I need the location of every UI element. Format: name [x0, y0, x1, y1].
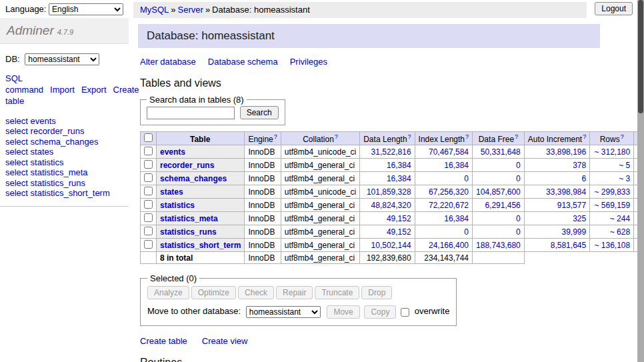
- db-select[interactable]: homeassistant: [25, 53, 99, 65]
- sidebar-select-table-link[interactable]: select statistics_runs: [5, 179, 123, 187]
- data-length-link[interactable]: 16,384: [387, 161, 411, 170]
- auto-increment-link[interactable]: 33,898,196: [546, 147, 586, 157]
- data-free-link[interactable]: 188,743,680: [476, 241, 521, 250]
- sidebar-select-table-link[interactable]: select recorder_runs: [5, 127, 123, 135]
- column-help-link[interactable]: ?: [274, 133, 277, 140]
- data-free-link[interactable]: 104,857,600: [476, 187, 521, 197]
- data-length-link[interactable]: 49,152: [387, 227, 411, 237]
- language-select[interactable]: English: [49, 3, 123, 15]
- auto-increment-link[interactable]: 325: [573, 214, 586, 223]
- row-checkbox[interactable]: [144, 187, 153, 195]
- index-length-link[interactable]: 67,256,320: [429, 187, 469, 197]
- overwrite-label[interactable]: overwrite: [415, 306, 450, 316]
- index-length-link[interactable]: 0: [464, 174, 469, 183]
- index-length-link[interactable]: 70,467,584: [429, 147, 469, 157]
- table-name-link[interactable]: statistics_meta: [160, 214, 218, 223]
- sidebar-link[interactable]: Export: [81, 85, 107, 95]
- page-scrollbar[interactable]: [637, 0, 644, 362]
- row-checkbox[interactable]: [144, 200, 153, 209]
- data-length-link[interactable]: 49,152: [387, 214, 411, 223]
- adminer-link[interactable]: Adminer: [7, 23, 54, 37]
- breadcrumb-mysql-link[interactable]: MySQL: [140, 5, 169, 15]
- create-link[interactable]: Create table: [140, 336, 187, 346]
- scrollbar-thumb[interactable]: [638, 0, 643, 113]
- overwrite-checkbox[interactable]: [401, 308, 409, 317]
- row-checkbox[interactable]: [144, 213, 153, 222]
- rows-count-link[interactable]: ~ 569,159: [594, 201, 630, 210]
- index-length-link[interactable]: 72,220,672: [429, 201, 469, 210]
- rows-count-link[interactable]: ~ 628: [610, 227, 630, 237]
- auto-increment-link[interactable]: 39,999: [561, 227, 586, 237]
- rows-count-link[interactable]: ~ 136,108: [594, 241, 630, 250]
- table-name-link[interactable]: statistics: [160, 201, 195, 210]
- index-length-link[interactable]: 24,166,400: [429, 241, 469, 250]
- database-action-link[interactable]: Alter database: [140, 57, 196, 67]
- column-help-link[interactable]: ?: [621, 133, 624, 140]
- column-help-link[interactable]: ?: [408, 133, 411, 140]
- selected-action-button[interactable]: Optimize: [191, 286, 236, 299]
- table-name-link[interactable]: schema_changes: [160, 174, 227, 183]
- select-all-checkbox[interactable]: [144, 133, 153, 142]
- index-length-link[interactable]: 16,384: [444, 161, 469, 170]
- data-free-link[interactable]: 0: [516, 227, 521, 237]
- data-free-link[interactable]: 50,331,648: [481, 147, 521, 157]
- row-checkbox[interactable]: [144, 147, 153, 155]
- table-name-link[interactable]: statistics_short_term: [160, 241, 241, 250]
- database-action-link[interactable]: Database schema: [208, 57, 278, 67]
- sidebar-select-table-link[interactable]: select statistics_meta: [5, 168, 123, 177]
- rows-count-link[interactable]: ~ 5: [619, 161, 630, 170]
- rows-count-link[interactable]: ~ 312,180: [594, 147, 630, 157]
- data-free-link[interactable]: 0: [516, 214, 521, 223]
- auto-increment-link[interactable]: 33,398,984: [546, 187, 586, 197]
- column-help-link[interactable]: ?: [515, 133, 518, 140]
- row-checkbox[interactable]: [144, 240, 153, 249]
- rows-count-link[interactable]: ~ 299,833: [594, 187, 630, 197]
- row-checkbox[interactable]: [144, 173, 153, 182]
- sidebar-select-table-link[interactable]: select events: [5, 117, 123, 125]
- data-length-link[interactable]: 101,859,328: [367, 187, 411, 197]
- create-link[interactable]: Create view: [202, 336, 248, 346]
- column-help-link[interactable]: ?: [335, 133, 338, 140]
- table-name-link[interactable]: states: [160, 187, 183, 197]
- column-help-link[interactable]: ?: [583, 133, 586, 140]
- move-button[interactable]: Move: [327, 305, 359, 319]
- data-free-link[interactable]: 0: [516, 174, 521, 183]
- selected-action-button[interactable]: Repair: [276, 286, 313, 299]
- data-length-link[interactable]: 16,384: [387, 174, 411, 183]
- logout-button[interactable]: Logout: [595, 2, 633, 15]
- index-length-link[interactable]: 0: [464, 227, 469, 237]
- selected-action-button[interactable]: Drop: [361, 286, 392, 299]
- selected-action-button[interactable]: Analyze: [147, 286, 189, 299]
- column-help-link[interactable]: ?: [465, 133, 469, 140]
- breadcrumb-server-link[interactable]: Server: [178, 5, 203, 15]
- search-input[interactable]: [147, 107, 235, 119]
- sidebar-select-table-link[interactable]: select states: [5, 147, 123, 156]
- data-length-link[interactable]: 10,502,144: [371, 241, 411, 250]
- data-free-link[interactable]: 0: [516, 161, 521, 170]
- rows-count-link[interactable]: ~ 3: [619, 174, 630, 183]
- search-button[interactable]: Search: [240, 106, 279, 119]
- copy-button[interactable]: Copy: [364, 305, 396, 319]
- table-name-link[interactable]: recorder_runs: [160, 161, 214, 170]
- table-name-link[interactable]: statistics_runs: [160, 227, 217, 237]
- data-free-link[interactable]: 6,291,456: [485, 201, 520, 210]
- auto-increment-link[interactable]: 378: [573, 161, 586, 170]
- selected-action-button[interactable]: Truncate: [315, 286, 359, 299]
- table-name-link[interactable]: events: [160, 147, 185, 157]
- row-checkbox[interactable]: [144, 227, 153, 235]
- sidebar-select-table-link[interactable]: select schema_changes: [5, 137, 123, 146]
- database-action-link[interactable]: Privileges: [290, 57, 327, 67]
- auto-increment-link[interactable]: 6: [581, 174, 586, 183]
- data-length-link[interactable]: 48,824,320: [371, 201, 411, 210]
- sidebar-link[interactable]: Import: [50, 85, 75, 95]
- sidebar-link[interactable]: SQL command: [5, 73, 43, 95]
- row-checkbox[interactable]: [144, 160, 153, 169]
- move-db-select[interactable]: homeassistant: [246, 306, 321, 318]
- selected-action-button[interactable]: Check: [238, 286, 274, 299]
- data-length-link[interactable]: 31,522,816: [371, 147, 411, 157]
- sidebar-select-table-link[interactable]: select statistics: [5, 158, 123, 167]
- index-length-link[interactable]: 16,384: [444, 214, 469, 223]
- auto-increment-link[interactable]: 8,581,645: [551, 241, 586, 250]
- auto-increment-link[interactable]: 913,577: [557, 201, 586, 210]
- sidebar-select-table-link[interactable]: select statistics_short_term: [5, 189, 123, 197]
